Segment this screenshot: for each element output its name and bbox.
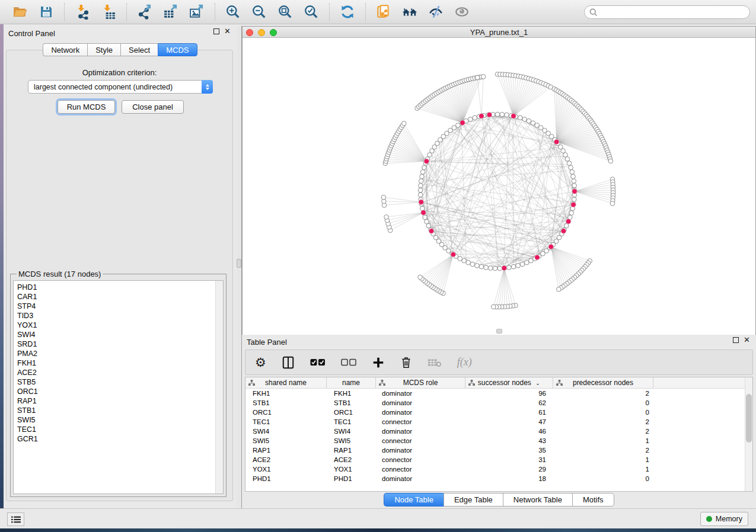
tab-mcds[interactable]: MCDS — [158, 43, 197, 56]
memory-button[interactable]: Memory — [700, 512, 748, 526]
tab-network[interactable]: Network — [43, 43, 87, 56]
mcds-result-item[interactable]: SWI4 — [17, 330, 223, 339]
deselect-all-button[interactable] — [341, 355, 356, 370]
search-input[interactable] — [601, 8, 745, 17]
network-node[interactable] — [516, 264, 521, 268]
network-node[interactable] — [497, 266, 502, 271]
toggle-panel-button[interactable] — [282, 355, 295, 370]
tab-motifs[interactable]: Motifs — [572, 493, 614, 507]
mcds-result-item[interactable]: TEC1 — [17, 425, 223, 434]
mcds-result-item[interactable]: PMA2 — [17, 349, 223, 358]
table-options-button[interactable]: ⚙ — [255, 355, 266, 370]
select-all-button[interactable] — [310, 355, 326, 370]
network-node[interactable] — [419, 179, 423, 184]
network-node[interactable] — [462, 258, 467, 263]
table-row[interactable]: ORC1ORC1dominator610 — [245, 408, 752, 417]
network-node[interactable] — [479, 264, 484, 269]
tab-network-table[interactable]: Network Table — [503, 493, 572, 507]
network-node[interactable] — [507, 265, 512, 270]
save-session-button[interactable] — [39, 4, 54, 20]
network-node[interactable] — [610, 201, 615, 206]
network-node[interactable] — [426, 223, 431, 228]
mcds-result-item[interactable]: STP4 — [17, 302, 223, 311]
column-header-successor-nodes[interactable]: successor nodes ⌄ — [465, 377, 553, 388]
close-panel-icon[interactable]: ✕ — [224, 28, 231, 34]
mcds-hub-node[interactable] — [554, 139, 559, 145]
network-node[interactable] — [475, 75, 480, 80]
network-node[interactable] — [500, 112, 505, 117]
mcds-result-item[interactable]: ACE2 — [17, 368, 223, 377]
tab-style[interactable]: Style — [87, 43, 120, 56]
mcds-result-item[interactable]: YOX1 — [17, 321, 223, 330]
network-node[interactable] — [481, 75, 486, 79]
mcds-hub-node[interactable] — [460, 120, 465, 126]
function-builder-button[interactable]: f(x) — [457, 355, 472, 370]
hide-selected-button[interactable] — [428, 4, 444, 20]
mcds-hub-node[interactable] — [571, 202, 576, 207]
network-node[interactable] — [418, 275, 423, 280]
mcds-hub-node[interactable] — [424, 159, 429, 164]
network-node[interactable] — [571, 174, 576, 179]
mcds-result-item[interactable]: PHD1 — [17, 283, 223, 292]
first-neighbors-button[interactable] — [402, 4, 417, 20]
network-node[interactable] — [495, 112, 500, 117]
network-node[interactable] — [520, 262, 525, 267]
update-network-button[interactable] — [340, 4, 355, 20]
mcds-result-item[interactable]: CAR1 — [17, 292, 223, 302]
network-node[interactable] — [518, 116, 523, 120]
delete-table-button[interactable] — [428, 355, 442, 370]
mcds-hub-node[interactable] — [535, 255, 540, 260]
network-node[interactable] — [466, 260, 471, 265]
new-network-from-selection-button[interactable] — [376, 4, 391, 20]
network-node[interactable] — [572, 197, 576, 202]
table-row[interactable]: TEC1TEC1connector472 — [245, 417, 752, 427]
network-canvas[interactable] — [243, 39, 755, 335]
network-node[interactable] — [420, 174, 425, 179]
mcds-hub-node[interactable] — [451, 252, 456, 257]
mcds-result-item[interactable]: SWI5 — [17, 415, 223, 425]
column-header-shared-name[interactable]: shared name — [245, 377, 327, 388]
column-header-mcds-role[interactable]: MCDS role — [376, 377, 465, 388]
mcds-hub-node[interactable] — [561, 229, 566, 234]
mcds-result-item[interactable]: RAP1 — [17, 396, 223, 406]
network-node[interactable] — [384, 214, 389, 219]
optimization-criterion-select[interactable]: largest connected component (undirected) — [28, 80, 213, 94]
network-node[interactable] — [493, 266, 497, 271]
network-node[interactable] — [572, 179, 576, 184]
network-node[interactable] — [484, 265, 489, 270]
add-column-button[interactable] — [372, 355, 385, 370]
network-node[interactable] — [420, 169, 425, 174]
mcds-result-item[interactable]: FKH1 — [17, 358, 223, 368]
mcds-result-item[interactable]: TID3 — [17, 311, 223, 321]
network-node[interactable] — [418, 193, 423, 197]
network-node[interactable] — [468, 117, 473, 121]
mcds-result-item[interactable]: STB5 — [17, 377, 223, 387]
table-row[interactable]: ACE2ACE2connector311 — [245, 455, 752, 464]
divider-handle[interactable] — [237, 259, 241, 268]
panel-divider[interactable] — [237, 26, 242, 508]
network-node[interactable] — [475, 264, 480, 268]
zoom-in-button[interactable] — [225, 4, 241, 20]
float-window-icon[interactable] — [213, 28, 219, 34]
table-row[interactable]: SWI4SWI4dominator462 — [245, 427, 752, 436]
network-node[interactable] — [425, 219, 429, 224]
open-file-button[interactable] — [12, 4, 28, 20]
network-node[interactable] — [401, 121, 406, 126]
network-node[interactable] — [489, 266, 493, 271]
mcds-hub-node[interactable] — [511, 114, 516, 119]
network-node[interactable] — [572, 183, 577, 188]
network-node[interactable] — [608, 159, 613, 164]
table-row[interactable]: YOX1YOX1connector291 — [245, 464, 752, 474]
column-header-predecessor-nodes[interactable]: predecessor nodes — [553, 377, 653, 388]
mcds-hub-node[interactable] — [421, 210, 426, 216]
close-panel-button[interactable]: Close panel — [122, 100, 184, 114]
run-mcds-button[interactable]: Run MCDS — [58, 100, 115, 114]
show-panels-list-button[interactable] — [7, 512, 24, 526]
mcds-hub-node[interactable] — [419, 200, 424, 205]
delete-column-button[interactable] — [400, 355, 412, 370]
network-node[interactable] — [418, 188, 423, 193]
table-row[interactable]: STB1STB1dominator620 — [245, 398, 752, 408]
network-node[interactable] — [522, 117, 527, 121]
network-node[interactable] — [564, 223, 569, 228]
mcds-hub-node[interactable] — [429, 229, 434, 234]
